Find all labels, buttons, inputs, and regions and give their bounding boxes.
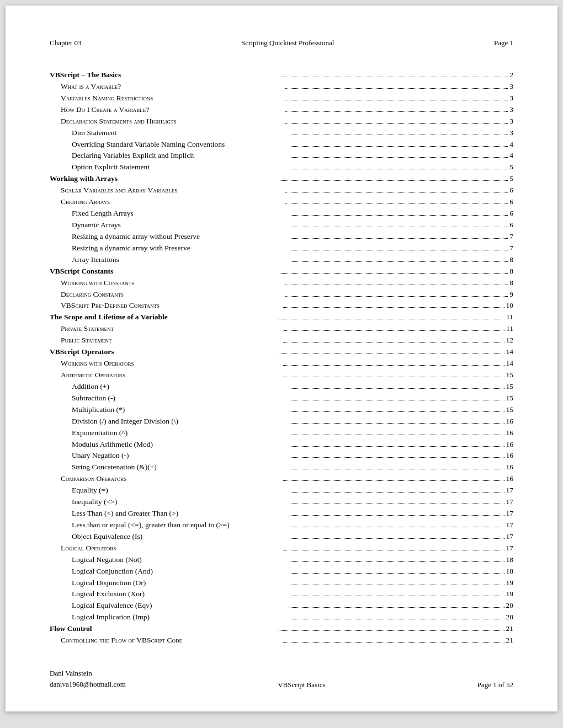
toc-entry: VBScript Pre-Defined Constants10 — [50, 300, 513, 312]
toc-entry: Logical Equivalence (Eqv)20 — [50, 600, 513, 612]
toc-entry-page: 17 — [506, 496, 514, 508]
toc-entry: Exponentiation (^)16 — [50, 427, 513, 439]
toc-entry-dots — [285, 100, 508, 100]
toc-entry-dots — [289, 492, 504, 493]
toc-entry: Unary Negation (-)16 — [50, 450, 513, 462]
toc-entry-dots — [291, 169, 508, 169]
toc-entry-dots — [278, 319, 505, 319]
toc-entry-dots — [289, 527, 504, 527]
toc-entry-dots — [283, 307, 504, 308]
toc-entry-page: 8 — [509, 266, 513, 277]
toc-entry: String Concatenation (&)(+)16 — [50, 462, 513, 473]
toc-entry-page: 21 — [506, 635, 514, 646]
footer-center: VBScript Basics — [278, 681, 325, 689]
toc-entry-title: Working with Constants — [50, 277, 284, 289]
toc-entry-title: Less than or equal (<=), greater than or… — [50, 520, 287, 531]
toc-entry-page: 3 — [509, 104, 513, 116]
toc-entry-page: 3 — [509, 81, 513, 93]
toc-entry: Public Statement12 — [50, 335, 513, 346]
toc-entry-page: 14 — [506, 346, 514, 358]
toc-entry-title: Modulus Arithmetic (Mod) — [50, 439, 287, 451]
toc-entry-dots — [278, 354, 504, 354]
toc-entry-dots — [283, 342, 504, 342]
toc-entry: Object Equivalence (Is)17 — [50, 531, 513, 543]
toc-entry-title: VBScript Constants — [50, 266, 278, 277]
toc-entry-title: Declaring Variables Explicit and Implici… — [50, 150, 289, 162]
toc-entry: VBScript – The Basics2 — [50, 69, 513, 81]
toc-entry-page: 7 — [509, 243, 513, 254]
toc-entry-dots — [284, 330, 505, 331]
toc-entry-dots — [289, 469, 504, 469]
toc-entry: Dim Statement3 — [50, 127, 513, 139]
toc-entry: Multiplication (*)15 — [50, 404, 513, 416]
toc-entry-page: 17 — [506, 531, 514, 543]
toc-entry-dots — [289, 446, 504, 447]
toc-entry-page: 16 — [506, 462, 514, 473]
toc-entry: Overriding Standard Variable Naming Conv… — [50, 139, 513, 151]
toc-entry-title: Declaring Constants — [50, 289, 284, 301]
toc-entry-title: Scalar Variables and Array Variables — [50, 185, 284, 196]
toc-entry-title: Controlling the Flow of VBScript Code — [50, 635, 282, 646]
toc-entry: What is a Variable?3 — [50, 81, 513, 93]
toc-entry-page: 3 — [509, 127, 513, 139]
toc-entry: Working with Arrays5 — [50, 173, 513, 185]
toc-entry-title: Logical Exclusion (Xor) — [50, 588, 287, 600]
toc-entry-title: What is a Variable? — [50, 81, 284, 93]
toc-entry: Creating Arrays6 — [50, 196, 513, 208]
toc-entry-page: 15 — [506, 370, 514, 381]
toc-entry: VBScript Operators14 — [50, 346, 513, 358]
toc-entry-title: Addition (+) — [50, 381, 287, 393]
toc-entry: Arithmetic Operators15 — [50, 370, 513, 381]
toc-entry-page: 11 — [506, 312, 513, 323]
toc-entry: Equality (=)17 — [50, 485, 513, 496]
toc-entry-title: The Scope and Lifetime of a Variable — [50, 312, 277, 323]
toc-entry-dots — [285, 285, 508, 285]
toc-entry-page: 17 — [506, 485, 514, 496]
toc-entry-title: Dynamic Arrays — [50, 220, 289, 231]
footer-author: Dani Vainstein daniva1968@hotmail.com — [50, 668, 126, 689]
toc-entry-dots — [285, 111, 508, 112]
toc-entry-dots — [289, 388, 504, 389]
toc-entry-page: 6 — [509, 185, 513, 196]
toc-entry: Flow Control21 — [50, 623, 513, 635]
toc-entry-dots — [280, 77, 508, 77]
toc-entry-dots — [289, 538, 504, 539]
toc-entry-dots — [283, 480, 504, 481]
toc-entry-title: Logical Conjunction (And) — [50, 566, 287, 577]
toc-entry-dots — [283, 550, 504, 550]
toc-entry-page: 6 — [509, 196, 513, 208]
toc-entry: Scalar Variables and Array Variables6 — [50, 185, 513, 196]
toc-entry-page: 15 — [506, 393, 514, 404]
toc-entry: Working with Operators14 — [50, 358, 513, 370]
toc-entry-dots — [285, 296, 508, 297]
toc-entry: Option Explicit Statement5 — [50, 162, 513, 173]
toc-entry-title: Array Iterations — [50, 254, 289, 266]
toc-entry-page: 18 — [506, 566, 514, 577]
toc-entry-title: Division (/) and Integer Division (\) — [50, 416, 287, 427]
toc-entry-dots — [291, 238, 508, 239]
toc: VBScript – The Basics2What is a Variable… — [50, 69, 513, 646]
toc-entry: Working with Constants8 — [50, 277, 513, 289]
toc-entry-dots — [283, 365, 504, 366]
toc-entry-page: 19 — [506, 588, 514, 600]
toc-entry-title: Dim Statement — [50, 127, 289, 139]
toc-entry: Logical Operators17 — [50, 543, 513, 554]
header-left: Chapter 03 — [50, 39, 81, 47]
toc-entry: Logical Conjunction (And)18 — [50, 566, 513, 577]
toc-entry: Declaring Variables Explicit and Implici… — [50, 150, 513, 162]
toc-entry-page: 8 — [509, 277, 513, 289]
toc-entry-dots — [291, 250, 508, 250]
toc-entry: Variables Naming Restrictions3 — [50, 93, 513, 104]
toc-entry-dots — [289, 400, 504, 400]
toc-entry-title: Unary Negation (-) — [50, 450, 287, 462]
toc-entry-title: Declaration Statements and Highiligts — [50, 116, 284, 127]
toc-entry-page: 2 — [509, 69, 513, 81]
toc-entry: Array Iterations8 — [50, 254, 513, 266]
toc-entry-dots — [289, 585, 504, 585]
toc-entry-title: Public Statement — [50, 335, 282, 346]
toc-entry-dots — [291, 146, 508, 147]
toc-entry-title: Resizing a dynamic array with Preserve — [50, 243, 289, 254]
toc-entry-dots — [285, 88, 508, 89]
toc-entry-title: Exponentiation (^) — [50, 427, 287, 439]
toc-entry-title: VBScript Operators — [50, 346, 276, 358]
